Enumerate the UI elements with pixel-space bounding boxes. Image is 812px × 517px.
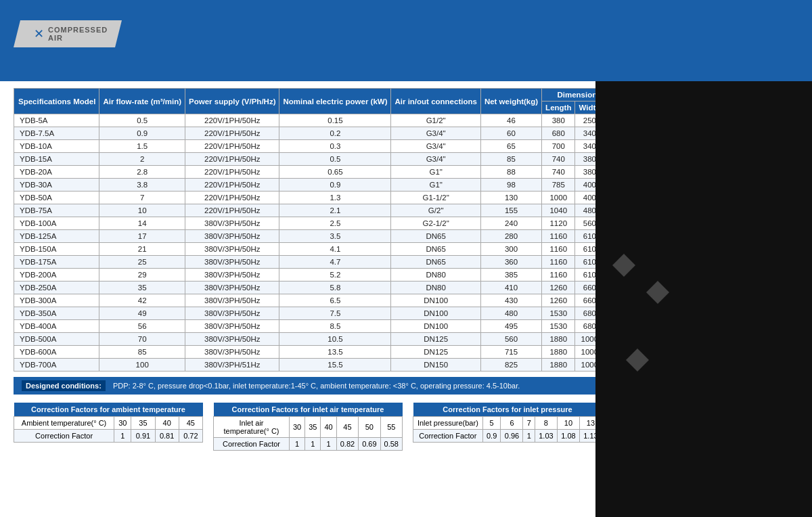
logo-text: COMPRESSED AIR: [48, 26, 122, 42]
logo-area: ✕ COMPRESSED AIR: [14, 20, 122, 47]
th-length: Length: [542, 102, 575, 114]
table-row: YDB-20A2.8220V/1PH/50Hz0.65G1"8874038084…: [14, 166, 636, 179]
diamond-1: [612, 254, 635, 277]
correction-inlet-pressure-table: Correction Factors for inlet pressure In…: [413, 403, 602, 443]
correction-inlet-air-row: Inlet air temperature(° C)303540455055: [214, 417, 403, 438]
th-specifications-model: Specifications Model: [14, 89, 99, 114]
th-power-supply: Power supply (V/Ph/Hz): [185, 89, 279, 114]
table-row: YDB-125A17380V/3PH/50Hz3.5DN652801160610…: [14, 230, 636, 243]
correction-ambient-wrapper: Correction Factors for ambient temperatu…: [14, 403, 203, 451]
correction-section: Correction Factors for ambient temperatu…: [14, 403, 602, 451]
table-row: YDB-30A3.8220V/1PH/50Hz0.9G1"98785400880: [14, 179, 636, 192]
table-row: YDB-250A35380V/3PH/50Hz5.8DN804101260660…: [14, 282, 636, 294]
wrench-icon: ✕: [34, 26, 44, 41]
correction-inlet-pressure-row: Correction Factor0.90.9611.031.081.13: [413, 430, 602, 443]
correction-inlet-air-title: Correction Factors for inlet air tempera…: [214, 403, 403, 417]
correction-inlet-pressure-title: Correction Factors for inlet pressure: [413, 403, 602, 417]
correction-inlet-air-row: Correction Factor1110.820.690.58: [214, 438, 403, 451]
table-row: YDB-175A25380V/3PH/50Hz4.7DN653601160610…: [14, 256, 636, 269]
th-nominal-electric-power: Nominal electric power (kW): [279, 89, 391, 114]
diamond-3: [626, 349, 649, 372]
correction-inlet-pressure-wrapper: Correction Factors for inlet pressure In…: [413, 403, 602, 451]
correction-inlet-air-table: Correction Factors for inlet air tempera…: [213, 403, 403, 451]
table-row: YDB-7.5A0.9220V/1PH/50Hz0.2G3/4"60680340…: [14, 127, 636, 140]
correction-ambient-table: Correction Factors for ambient temperatu…: [14, 403, 203, 443]
correction-ambient-title: Correction Factors for ambient temperatu…: [14, 403, 203, 417]
designed-conditions-bar: Designed conditions: PDP: 2-8° C, pressu…: [14, 377, 602, 395]
diamond-2: [646, 281, 669, 304]
table-row: YDB-350A49380V/3PH/50Hz7.5DN100480153068…: [14, 307, 636, 320]
table-row: YDB-75A10220V/1PH/50Hz2.1G/2"15510404801…: [14, 204, 636, 217]
table-row: YDB-150A21380V/3PH/50Hz4.1DN653001160610…: [14, 243, 636, 256]
table-row: YDB-15A2220V/1PH/50Hz0.5G3/4"85740380840: [14, 153, 636, 166]
table-row: YDB-10A1.5220V/1PH/50Hz0.3G3/4"657003407…: [14, 140, 636, 153]
spec-table: Specifications Model Air flow-rate (m³/m…: [14, 88, 636, 372]
table-row: YDB-600A85380V/3PH/50Hz13.5DN12571518801…: [14, 346, 636, 359]
table-row: YDB-300A42380V/3PH/50Hz6.5DN100430126066…: [14, 294, 636, 307]
correction-ambient-row: Correction Factor10.910.810.72: [14, 430, 203, 443]
logo-shape: ✕ COMPRESSED AIR: [14, 20, 122, 47]
table-row: YDB-5A0.5220V/1PH/50Hz0.15G1/2"463802504…: [14, 114, 636, 127]
correction-inlet-pressure-row: Inlet pressure(bar)56781013: [413, 417, 602, 430]
top-header: ✕ COMPRESSED AIR: [0, 0, 812, 81]
table-row: YDB-700A100380V/3PH/51Hz15.5DN1508251880…: [14, 359, 636, 372]
correction-inlet-air-wrapper: Correction Factors for inlet air tempera…: [213, 403, 403, 451]
th-air-in-out: Air in/out connections: [391, 89, 480, 114]
th-net-weight: Net weight(kg): [480, 89, 541, 114]
designed-conditions-text: PDP: 2-8° C, pressure drop<0.1bar, inlet…: [113, 382, 520, 390]
table-row: YDB-100A14380V/3PH/50Hz2.5G2-1/2"2401120…: [14, 217, 636, 230]
table-row: YDB-500A70380V/3PH/50Hz10.5DN12556018801…: [14, 333, 636, 346]
table-row: YDB-400A56380V/3PH/50Hz8.5DN100495153068…: [14, 320, 636, 333]
table-row: YDB-50A7220V/1PH/50Hz1.3G1-1/2"130100040…: [14, 192, 636, 204]
table-row: YDB-200A29380V/3PH/50Hz5.2DN803851160610…: [14, 269, 636, 282]
designed-conditions-label: Designed conditions:: [22, 380, 106, 391]
th-air-flow-rate: Air flow-rate (m³/min): [99, 89, 185, 114]
correction-ambient-row: Ambient temperature(° C)30354045: [14, 417, 203, 430]
